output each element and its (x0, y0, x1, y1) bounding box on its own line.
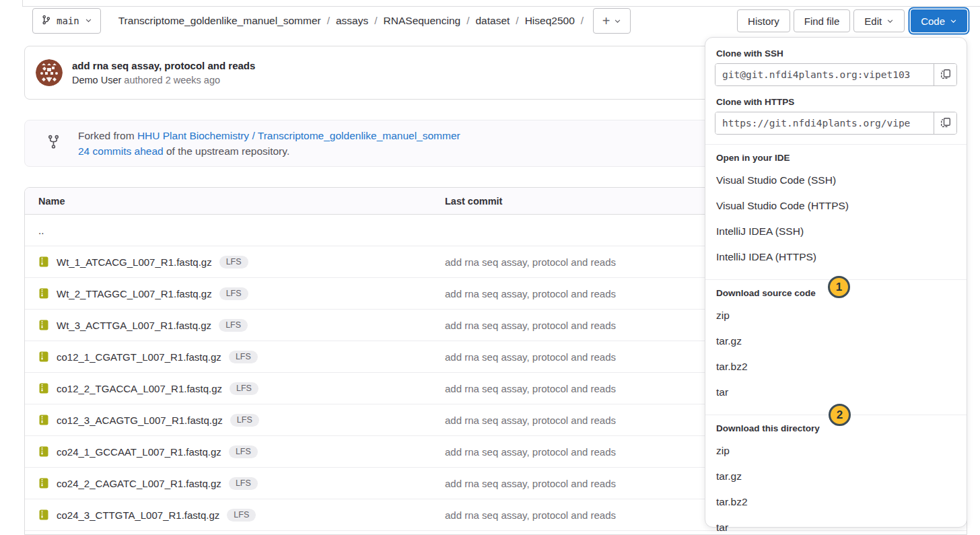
commit-message-link[interactable]: add rna seq assay, protocol and reads (445, 446, 616, 458)
annotation-badge-2: 2 (829, 404, 851, 426)
lfs-badge: LFS (229, 445, 258, 458)
clone-ssh-label: Clone with SSH (705, 40, 967, 63)
download-source-item[interactable]: tar (705, 380, 967, 405)
breadcrumb-item[interactable]: dataset (475, 15, 510, 27)
git-branch-icon (41, 15, 51, 27)
commit-message-link[interactable]: add rna seq assay, protocol and reads (445, 383, 616, 394)
copy-https-url-button[interactable] (934, 112, 956, 134)
lfs-badge: LFS (219, 256, 248, 269)
breadcrumb-item[interactable]: RNASequencing (384, 15, 461, 27)
annotation-badge-1: 1 (828, 276, 850, 298)
download-directory-item[interactable]: tar (705, 515, 967, 535)
breadcrumb-item[interactable]: Transcriptome_goldenlike_manuel_sommer (118, 15, 321, 27)
breadcrumb-separator: / (327, 15, 330, 27)
commit-summary: add rna seq assay, protocol and reads De… (72, 60, 255, 85)
clone-https-group (715, 112, 957, 135)
download-directory-item[interactable]: zip (705, 438, 967, 464)
copy-to-clipboard-icon (940, 117, 951, 130)
commit-message-link[interactable]: add rna seq assay, protocol and reads (445, 320, 616, 331)
file-name-link[interactable]: Wt_2_TTAGGC_L007_R1.fastq.gz (57, 288, 212, 299)
breadcrumb-separator: / (516, 15, 518, 27)
lfs-badge: LFS (230, 414, 259, 427)
breadcrumb-item[interactable]: assays (336, 15, 368, 27)
ide-menu-item[interactable]: IntelliJ IDEA (SSH) (705, 219, 967, 244)
add-file-button[interactable]: + (593, 8, 631, 34)
code-button-label: Code (921, 15, 945, 27)
breadcrumb-separator: / (581, 15, 584, 27)
file-name-link[interactable]: co12_2_TGACCA_L007_R1.fastq.gz (57, 383, 222, 394)
zip-archive-icon (38, 478, 49, 489)
page-frame-corner (22, 0, 23, 6)
commit-message-link[interactable]: add rna seq assay, protocol and reads (445, 478, 616, 489)
fork-icon (48, 135, 59, 152)
branch-name: main (57, 15, 79, 26)
commit-message-link[interactable]: add rna seq assay, protocol and reads (445, 256, 616, 268)
file-name-link[interactable]: Wt_1_ATCACG_L007_R1.fastq.gz (57, 256, 212, 268)
commit-author-link[interactable]: Demo User (72, 75, 121, 85)
ide-menu-item[interactable]: Visual Studio Code (HTTPS) (705, 193, 967, 219)
clone-https-label: Clone with HTTPS (705, 86, 967, 112)
commit-meta: Demo User authored 2 weeks ago (72, 75, 255, 85)
commit-message-link[interactable]: add rna seq assay, protocol and reads (445, 415, 616, 426)
code-button[interactable]: Code (911, 9, 967, 32)
lfs-badge: LFS (219, 287, 248, 300)
toolbar-actions: History Find file Edit Code (734, 9, 967, 32)
commit-authored-time: authored 2 weeks ago (124, 75, 220, 85)
fork-upstream-link[interactable]: HHU Plant Biochemistry / Transcriptome_g… (137, 130, 460, 141)
commits-ahead-link[interactable]: 24 commits ahead (78, 145, 164, 157)
lfs-badge: LFS (230, 382, 258, 395)
clone-https-input[interactable] (715, 112, 934, 134)
clone-ssh-input[interactable] (715, 64, 934, 85)
lfs-badge: LFS (229, 477, 258, 490)
commit-message-link[interactable]: add rna seq assay, protocol and reads (445, 509, 616, 521)
breadcrumb: Transcriptome_goldenlike_manuel_sommer/a… (118, 15, 584, 27)
zip-archive-icon (38, 415, 49, 425)
fork-suffix: of the upstream repository. (166, 145, 289, 157)
commit-message-link[interactable]: add rna seq assay, protocol and reads (445, 288, 616, 299)
zip-archive-icon (38, 256, 49, 267)
parent-directory-link[interactable]: .. (38, 225, 44, 236)
column-header-name: Name (25, 196, 445, 207)
ide-menu-item[interactable]: Visual Studio Code (SSH) (705, 168, 967, 193)
download-source-item[interactable]: tar.gz (705, 328, 967, 354)
chevron-down-icon (614, 15, 621, 27)
edit-button[interactable]: Edit (853, 9, 905, 32)
zip-archive-icon (38, 446, 49, 457)
file-name-link[interactable]: co24_2_CAGATC_L007_R1.fastq.gz (57, 478, 221, 489)
breadcrumb-separator: / (374, 15, 377, 27)
zip-archive-icon (38, 383, 49, 394)
chevron-down-icon (950, 15, 957, 27)
ide-menu-item[interactable]: IntelliJ IDEA (HTTPS) (705, 244, 967, 270)
download-directory-item[interactable]: tar.gz (705, 464, 967, 489)
download-source-item[interactable]: zip (705, 303, 967, 328)
zip-archive-icon (38, 320, 49, 330)
file-name-link[interactable]: co24_1_GCCAAT_L007_R1.fastq.gz (57, 446, 221, 458)
plus-icon: + (602, 14, 610, 28)
chevron-down-icon (886, 15, 894, 27)
copy-ssh-url-button[interactable] (934, 64, 956, 85)
file-name-link[interactable]: co24_3_CTTGTA_L007_R1.fastq.gz (57, 509, 219, 521)
history-button[interactable]: History (737, 9, 790, 32)
zip-archive-icon (38, 509, 49, 520)
download-directory-item[interactable]: tar.bz2 (705, 489, 967, 515)
commit-title-link[interactable]: add rna seq assay, protocol and reads (72, 60, 255, 71)
copy-to-clipboard-icon (940, 69, 951, 81)
file-name-link[interactable]: co12_1_CGATGT_L007_R1.fastq.gz (57, 351, 221, 363)
breadcrumb-item[interactable]: Hiseq2500 (525, 15, 575, 27)
file-name-link[interactable]: Wt_3_ACTTGA_L007_R1.fastq.gz (57, 320, 211, 331)
lfs-badge: LFS (219, 319, 248, 332)
code-dropdown-menu: Clone with SSH Clone with HTTPS Open in … (705, 37, 967, 528)
download-source-item[interactable]: tar.bz2 (705, 354, 967, 380)
file-name-link[interactable]: co12_3_ACAGTG_L007_R1.fastq.gz (57, 415, 223, 426)
find-file-button[interactable]: Find file (794, 9, 851, 32)
zip-archive-icon (38, 288, 49, 299)
breadcrumb-separator: / (466, 15, 469, 27)
download-source-items: ziptar.gztar.bz2tar (705, 303, 967, 405)
open-in-ide-label: Open in your IDE (705, 145, 967, 168)
edit-button-label: Edit (864, 15, 882, 27)
page-frame-top (22, 6, 980, 7)
branch-selector[interactable]: main (32, 8, 101, 34)
ide-items: Visual Studio Code (SSH)Visual Studio Co… (705, 168, 967, 270)
commit-message-link[interactable]: add rna seq assay, protocol and reads (445, 351, 616, 363)
lfs-badge: LFS (229, 351, 258, 363)
